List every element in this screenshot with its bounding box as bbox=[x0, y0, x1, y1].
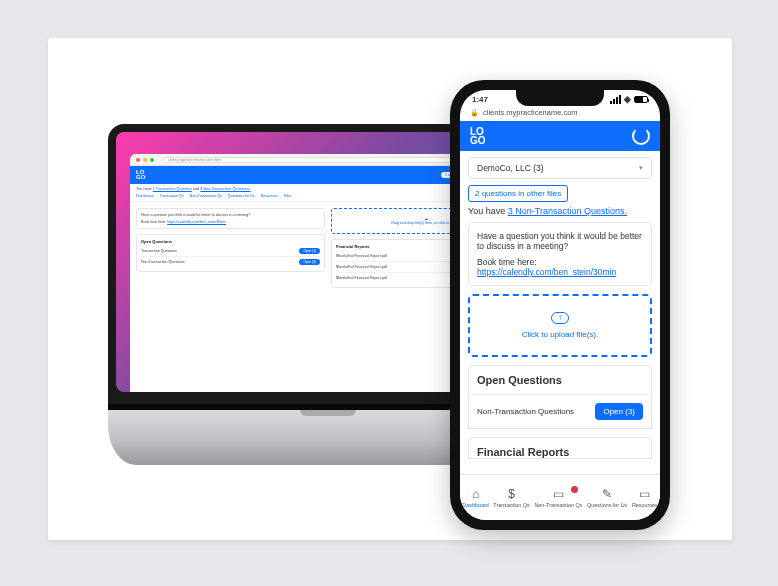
wifi-icon: ◈ bbox=[624, 94, 631, 104]
mobile-body: DemoCo, LLC (3) ▾ 2 questions in other f… bbox=[460, 151, 660, 465]
mobile-topbar: LOGO bbox=[460, 121, 660, 151]
url-text: clients.mypracticename.com/client bbox=[168, 158, 221, 162]
badge-icon bbox=[571, 486, 578, 493]
calendly-link[interactable]: https://calendly.com/ben_stein/30min bbox=[477, 267, 643, 277]
window-close-icon[interactable] bbox=[136, 158, 140, 162]
meeting-question: Have a question you think it would be be… bbox=[141, 213, 320, 217]
phone-notch bbox=[516, 90, 604, 106]
window-minimize-icon[interactable] bbox=[143, 158, 147, 162]
tab-non-transaction-qs[interactable]: Non-Transaction Qs bbox=[190, 194, 222, 198]
tab-questions-for-us[interactable]: ✎Questions for Us bbox=[587, 488, 627, 508]
row-label: Non-Transaction Questions bbox=[477, 407, 574, 416]
open-button[interactable]: Open (1) bbox=[299, 248, 320, 254]
open-button[interactable]: Open (3) bbox=[595, 403, 643, 420]
tab-dashboard[interactable]: Dashboard bbox=[136, 194, 154, 198]
open-button[interactable]: Open (3) bbox=[299, 259, 320, 265]
marketing-stage: clients.mypracticename.com/client LOGO 2… bbox=[48, 38, 732, 540]
battery-icon bbox=[634, 96, 648, 103]
dollar-icon: $ bbox=[508, 488, 515, 500]
book-label: Book time here: bbox=[477, 257, 643, 267]
mobile-tabbar: ⌂Dashboard $Transaction Qs ▭Non-Transact… bbox=[460, 474, 660, 520]
reports-header: Financial Reports bbox=[468, 437, 652, 459]
mobile-upload-dropzone[interactable]: Click to upload file(s). bbox=[468, 294, 652, 357]
tab-transaction-qs[interactable]: Transaction Qs bbox=[160, 194, 184, 198]
chevron-down-icon: ▾ bbox=[639, 164, 643, 172]
cloud-upload-icon bbox=[551, 312, 569, 324]
open-q-row: Non-Transaction Questions Open (3) bbox=[468, 394, 652, 429]
chat-icon: ▭ bbox=[553, 488, 564, 500]
tab-non-transaction-qs[interactable]: ▭Non-Transaction Qs bbox=[534, 488, 582, 508]
mobile-questions-banner: You have 3 Non-Transaction Questions. bbox=[468, 206, 652, 216]
tab-resources[interactable]: Resources bbox=[261, 194, 278, 198]
open-q-row: Transaction QuestionsOpen (1) bbox=[141, 246, 320, 256]
open-questions-card: Open Questions Transaction QuestionsOpen… bbox=[136, 234, 325, 272]
signal-icon bbox=[610, 95, 621, 104]
tab-files[interactable]: Files bbox=[284, 194, 292, 198]
home-icon: ⌂ bbox=[472, 488, 479, 500]
window-maximize-icon[interactable] bbox=[150, 158, 154, 162]
mobile-url-text: clients.mypracticename.com bbox=[483, 108, 578, 117]
mobile-logo[interactable]: LOGO bbox=[470, 127, 486, 145]
calendly-link[interactable]: https://calendly.com/ben_stein/30min bbox=[167, 220, 226, 224]
refresh-icon[interactable] bbox=[632, 127, 650, 145]
open-questions-header: Open Questions bbox=[141, 239, 320, 244]
status-time: 1:47 bbox=[472, 95, 488, 104]
app-logo[interactable]: LOGO bbox=[136, 170, 145, 180]
meeting-card: Have a question you think it would be be… bbox=[136, 208, 325, 229]
left-column: Have a question you think it would be be… bbox=[136, 208, 325, 288]
upload-text: Click to upload file(s). bbox=[478, 330, 642, 339]
tab-resources[interactable]: ▭Resources bbox=[632, 488, 658, 508]
mobile-open-questions-section: Open Questions Non-Transaction Questions… bbox=[468, 365, 652, 429]
tab-dashboard[interactable]: ⌂Dashboard bbox=[462, 488, 488, 508]
other-files-link[interactable]: 2 questions in other files bbox=[468, 185, 568, 202]
phone-mockup: 1:47 ◈ 🔒 clients.mypracticename.com LOGO… bbox=[450, 80, 670, 530]
pencil-icon: ✎ bbox=[602, 488, 612, 500]
lock-icon: 🔒 bbox=[470, 109, 479, 117]
open-questions-header: Open Questions bbox=[468, 365, 652, 394]
phone-screen: 1:47 ◈ 🔒 clients.mypracticename.com LOGO… bbox=[460, 90, 660, 520]
mobile-meeting-card: Have a question you think it would be be… bbox=[468, 222, 652, 286]
open-q-row: Non-Transaction QuestionsOpen (3) bbox=[141, 256, 320, 267]
tab-transaction-qs[interactable]: $Transaction Qs bbox=[493, 488, 529, 508]
folder-icon: ▭ bbox=[639, 488, 650, 500]
meeting-question: Have a question you think it would be be… bbox=[477, 231, 643, 251]
mobile-address-bar[interactable]: 🔒 clients.mypracticename.com bbox=[460, 104, 660, 121]
tab-questions-for-us[interactable]: Questions for Us bbox=[228, 194, 255, 198]
non-transaction-q-link[interactable]: 3 Non-Transaction Questions. bbox=[508, 206, 627, 216]
transaction-q-link[interactable]: 1 Transaction Question bbox=[153, 187, 192, 191]
non-transaction-q-link[interactable]: 3 Non-Transaction Questions. bbox=[200, 187, 250, 191]
mobile-client-dropdown[interactable]: DemoCo, LLC (3) ▾ bbox=[468, 157, 652, 179]
